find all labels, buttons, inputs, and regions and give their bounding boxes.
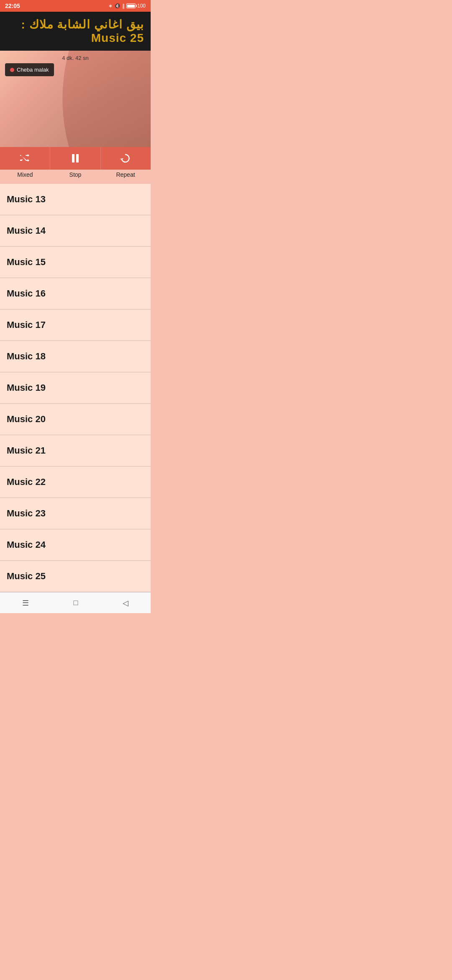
music-item-label-17: Music 17: [7, 320, 46, 330]
repeat-button[interactable]: [101, 147, 151, 170]
music-list-item-19[interactable]: Music 19: [0, 372, 151, 404]
music-item-label-21: Music 21: [7, 445, 46, 456]
nav-bar: ☰ □ ◁: [0, 592, 151, 613]
music-list-item-20[interactable]: Music 20: [0, 404, 151, 435]
music-item-label-22: Music 22: [7, 477, 46, 487]
artist-silhouette: [53, 51, 151, 147]
controls-row: [0, 147, 151, 170]
volume-icon: 🔇: [114, 3, 121, 9]
status-bar: 22:05 ∗ 🔇 ‖ 100: [0, 0, 151, 12]
home-icon[interactable]: □: [74, 598, 78, 607]
recording-dot: [10, 68, 14, 72]
svg-rect-1: [76, 154, 79, 162]
music-list-item-22[interactable]: Music 22: [0, 467, 151, 498]
battery-icon: [126, 3, 136, 8]
signal-icon: ‖: [122, 3, 125, 9]
music-item-label-13: Music 13: [7, 194, 46, 205]
music-list-item-23[interactable]: Music 23: [0, 498, 151, 529]
music-item-label-24: Music 24: [7, 539, 46, 550]
back-icon[interactable]: ◁: [123, 598, 128, 608]
header-banner: بيق اغاني الشابة ملاك : Music 25: [0, 12, 151, 51]
track-duration: 4 dk. 42 sn: [62, 55, 89, 61]
stop-button[interactable]: [50, 147, 100, 170]
music-list-item-13[interactable]: Music 13: [0, 184, 151, 215]
control-labels: Mixed Stop Repeat: [0, 170, 151, 181]
music-item-label-20: Music 20: [7, 414, 46, 425]
artist-name: Cheba malak: [17, 67, 49, 73]
music-list-item-16[interactable]: Music 16: [0, 278, 151, 309]
music-list-item-21[interactable]: Music 21: [0, 435, 151, 467]
music-list-item-18[interactable]: Music 18: [0, 341, 151, 372]
music-item-label-18: Music 18: [7, 351, 46, 362]
bluetooth-icon: ∗: [108, 3, 113, 9]
svg-rect-0: [72, 154, 74, 162]
music-item-label-25: Music 25: [7, 571, 46, 582]
status-icons: ∗ 🔇 ‖ 100: [108, 3, 146, 9]
shuffle-button[interactable]: [0, 147, 50, 170]
music-list: Music 13Music 14Music 15Music 16Music 17…: [0, 184, 151, 592]
music-list-item-15[interactable]: Music 15: [0, 247, 151, 278]
shuffle-icon: [19, 153, 31, 163]
menu-icon[interactable]: ☰: [22, 598, 29, 608]
shuffle-label: Mixed: [0, 170, 50, 181]
pause-icon: [71, 153, 80, 163]
artist-badge: Cheba malak: [5, 63, 54, 76]
artist-section: 4 dk. 42 sn Cheba malak: [0, 51, 151, 147]
music-item-label-23: Music 23: [7, 508, 46, 519]
controls-section: Mixed Stop Repeat: [0, 147, 151, 184]
music-list-item-24[interactable]: Music 24: [0, 529, 151, 561]
music-item-label-19: Music 19: [7, 382, 46, 393]
music-list-item-17[interactable]: Music 17: [0, 309, 151, 341]
status-time: 22:05: [5, 3, 20, 9]
header-title: بيق اغاني الشابة ملاك : Music 25: [7, 18, 144, 45]
music-item-label-15: Music 15: [7, 257, 46, 268]
music-list-item-25[interactable]: Music 25: [0, 561, 151, 592]
battery-level: 100: [137, 3, 146, 9]
repeat-icon: [120, 153, 131, 164]
stop-label: Stop: [50, 170, 100, 181]
music-list-item-14[interactable]: Music 14: [0, 215, 151, 247]
repeat-label: Repeat: [100, 170, 151, 181]
music-item-label-14: Music 14: [7, 225, 46, 236]
music-item-label-16: Music 16: [7, 288, 46, 299]
